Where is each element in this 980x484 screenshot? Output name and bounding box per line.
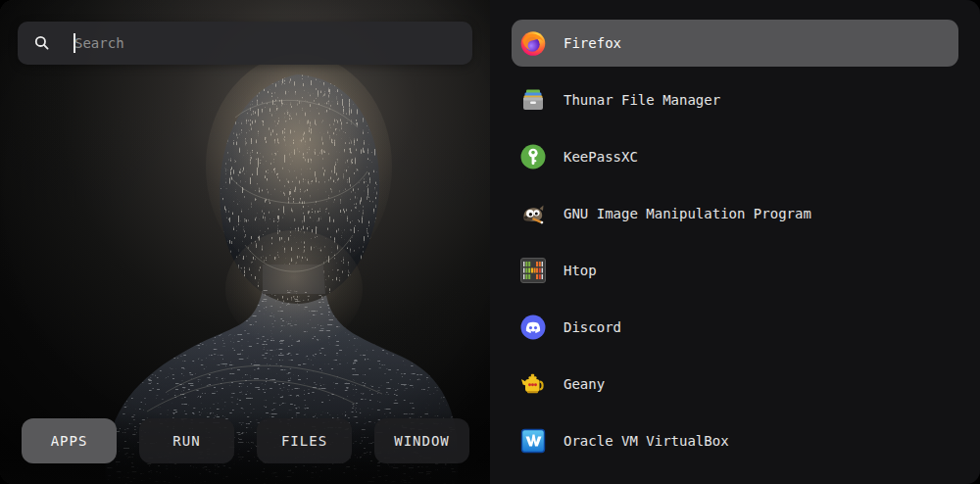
tab-files[interactable]: FILES [257, 418, 352, 463]
left-pane: APPS RUN FILES WINDOW [0, 0, 490, 484]
tab-window[interactable]: WINDOW [374, 418, 469, 463]
app-name: Oracle VM VirtualBox [564, 433, 729, 449]
tab-run[interactable]: RUN [139, 418, 234, 463]
list-item-keepassxc[interactable]: KeePassXC [512, 133, 958, 180]
app-name: Geany [564, 376, 605, 392]
app-name: KeePassXC [564, 149, 638, 165]
list-item-firefox[interactable]: Firefox [512, 20, 958, 67]
bust-artwork [0, 0, 490, 484]
mode-tabs: APPS RUN FILES WINDOW [22, 418, 469, 463]
virtualbox-icon [519, 427, 547, 455]
app-name: Firefox [564, 35, 621, 51]
geany-icon [519, 370, 547, 398]
app-name: GNU Image Manipulation Program [564, 206, 811, 221]
app-name: Discord [564, 319, 621, 335]
list-item-htop[interactable]: Htop [512, 247, 958, 294]
search-icon [33, 34, 51, 52]
list-item-thunar[interactable]: Thunar File Manager [512, 76, 958, 123]
tab-apps[interactable]: APPS [22, 418, 117, 463]
app-name: Thunar File Manager [564, 92, 720, 108]
list-item-geany[interactable]: Geany [512, 361, 958, 408]
app-list: Firefox Thunar File Manager K [490, 0, 980, 484]
list-item-virtualbox[interactable]: Oracle VM VirtualBox [512, 417, 958, 464]
list-item-gimp[interactable]: GNU Image Manipulation Program [512, 190, 958, 237]
list-item-discord[interactable]: Discord [512, 304, 958, 351]
thunar-icon [519, 86, 547, 114]
app-launcher-window: APPS RUN FILES WINDOW [0, 0, 980, 484]
firefox-icon [519, 29, 547, 57]
search-bar[interactable] [18, 22, 472, 65]
keepassxc-icon [519, 143, 547, 170]
htop-icon [519, 257, 547, 284]
discord-icon [519, 314, 547, 341]
search-input[interactable] [74, 22, 461, 65]
gimp-icon [519, 200, 547, 227]
app-name: Htop [564, 263, 597, 278]
